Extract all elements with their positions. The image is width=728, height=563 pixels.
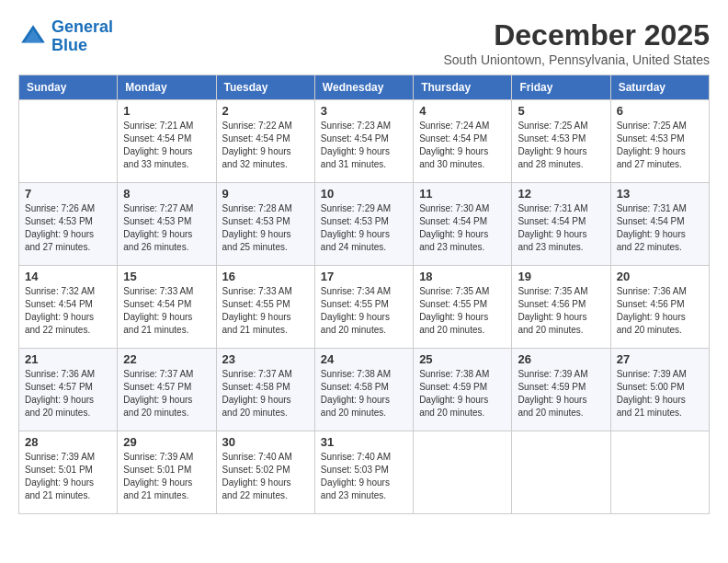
day-info: Sunrise: 7:25 AMSunset: 4:53 PMDaylight:…: [617, 120, 703, 171]
logo: General Blue: [18, 18, 113, 55]
calendar-cell: [610, 431, 709, 514]
day-number: 29: [123, 435, 210, 449]
logo-icon: [18, 22, 48, 52]
day-number: 20: [617, 270, 703, 283]
day-number: 27: [617, 352, 703, 366]
day-number: 18: [419, 270, 506, 283]
calendar-cell: 5 Sunrise: 7:25 AMSunset: 4:53 PMDayligh…: [512, 100, 610, 183]
day-info: Sunrise: 7:35 AMSunset: 4:55 PMDaylight:…: [419, 285, 506, 337]
day-info: Sunrise: 7:37 AMSunset: 4:58 PMDaylight:…: [222, 368, 309, 419]
calendar-cell: 18 Sunrise: 7:35 AMSunset: 4:55 PMDaylig…: [414, 266, 512, 349]
calendar-cell: 31 Sunrise: 7:40 AMSunset: 5:03 PMDaylig…: [314, 431, 413, 514]
calendar-cell: 2 Sunrise: 7:22 AMSunset: 4:54 PMDayligh…: [216, 100, 314, 183]
day-info: Sunrise: 7:36 AMSunset: 4:57 PMDaylight:…: [25, 368, 111, 419]
calendar-cell: 29 Sunrise: 7:39 AMSunset: 5:01 PMDaylig…: [118, 431, 216, 514]
calendar-week-row: 7 Sunrise: 7:26 AMSunset: 4:53 PMDayligh…: [19, 183, 710, 266]
calendar-cell: 13 Sunrise: 7:31 AMSunset: 4:54 PMDaylig…: [610, 183, 709, 266]
day-number: 28: [25, 435, 111, 449]
day-number: 16: [222, 270, 309, 283]
calendar-cell: 3 Sunrise: 7:23 AMSunset: 4:54 PMDayligh…: [314, 100, 413, 183]
calendar-cell: 21 Sunrise: 7:36 AMSunset: 4:57 PMDaylig…: [19, 349, 118, 431]
location: South Uniontown, Pennsylvania, United St…: [443, 52, 710, 67]
day-info: Sunrise: 7:24 AMSunset: 4:54 PMDaylight:…: [419, 120, 506, 171]
day-info: Sunrise: 7:31 AMSunset: 4:54 PMDaylight:…: [518, 202, 604, 254]
calendar-cell: 11 Sunrise: 7:30 AMSunset: 4:54 PMDaylig…: [414, 183, 512, 266]
day-number: 24: [321, 352, 407, 366]
day-number: 19: [518, 270, 604, 283]
calendar-table: SundayMondayTuesdayWednesdayThursdayFrid…: [18, 75, 710, 514]
calendar-cell: [414, 431, 512, 514]
calendar-cell: 8 Sunrise: 7:27 AMSunset: 4:53 PMDayligh…: [118, 183, 216, 266]
logo-text: General Blue: [51, 18, 113, 55]
day-info: Sunrise: 7:34 AMSunset: 4:55 PMDaylight:…: [321, 285, 407, 337]
day-info: Sunrise: 7:33 AMSunset: 4:55 PMDaylight:…: [222, 285, 309, 337]
day-info: Sunrise: 7:40 AMSunset: 5:03 PMDaylight:…: [321, 451, 407, 502]
day-info: Sunrise: 7:28 AMSunset: 4:53 PMDaylight:…: [222, 202, 309, 254]
day-number: 3: [321, 104, 407, 118]
day-info: Sunrise: 7:39 AMSunset: 5:01 PMDaylight:…: [25, 451, 111, 502]
day-number: 11: [419, 187, 506, 201]
calendar-cell: 28 Sunrise: 7:39 AMSunset: 5:01 PMDaylig…: [19, 431, 118, 514]
calendar-cell: 14 Sunrise: 7:32 AMSunset: 4:54 PMDaylig…: [19, 266, 118, 349]
calendar-cell: 23 Sunrise: 7:37 AMSunset: 4:58 PMDaylig…: [216, 349, 314, 431]
weekday-header: Sunday: [19, 75, 118, 100]
day-number: 23: [222, 352, 309, 366]
day-info: Sunrise: 7:26 AMSunset: 4:53 PMDaylight:…: [25, 202, 111, 254]
day-info: Sunrise: 7:33 AMSunset: 4:54 PMDaylight:…: [123, 285, 210, 337]
day-info: Sunrise: 7:35 AMSunset: 4:56 PMDaylight:…: [518, 285, 604, 337]
day-info: Sunrise: 7:23 AMSunset: 4:54 PMDaylight:…: [321, 120, 407, 171]
day-number: 5: [518, 104, 604, 118]
calendar-cell: 6 Sunrise: 7:25 AMSunset: 4:53 PMDayligh…: [610, 100, 709, 183]
weekday-header: Saturday: [610, 75, 709, 100]
calendar-cell: 20 Sunrise: 7:36 AMSunset: 4:56 PMDaylig…: [610, 266, 709, 349]
day-info: Sunrise: 7:38 AMSunset: 4:58 PMDaylight:…: [321, 368, 407, 419]
calendar-cell: 24 Sunrise: 7:38 AMSunset: 4:58 PMDaylig…: [314, 349, 413, 431]
day-number: 1: [123, 104, 210, 118]
day-number: 14: [25, 270, 111, 283]
day-info: Sunrise: 7:36 AMSunset: 4:56 PMDaylight:…: [617, 285, 703, 337]
calendar-week-row: 28 Sunrise: 7:39 AMSunset: 5:01 PMDaylig…: [19, 431, 710, 514]
day-number: 30: [222, 435, 309, 449]
day-info: Sunrise: 7:25 AMSunset: 4:53 PMDaylight:…: [518, 120, 604, 171]
calendar-cell: 22 Sunrise: 7:37 AMSunset: 4:57 PMDaylig…: [118, 349, 216, 431]
logo-line1: General: [51, 17, 113, 36]
calendar-cell: 9 Sunrise: 7:28 AMSunset: 4:53 PMDayligh…: [216, 183, 314, 266]
calendar-cell: 4 Sunrise: 7:24 AMSunset: 4:54 PMDayligh…: [414, 100, 512, 183]
day-number: 13: [617, 187, 703, 201]
day-info: Sunrise: 7:39 AMSunset: 5:01 PMDaylight:…: [123, 451, 210, 502]
calendar-cell: 15 Sunrise: 7:33 AMSunset: 4:54 PMDaylig…: [118, 266, 216, 349]
day-number: 2: [222, 104, 309, 118]
day-info: Sunrise: 7:37 AMSunset: 4:57 PMDaylight:…: [123, 368, 210, 419]
day-number: 25: [419, 352, 506, 366]
calendar-cell: 12 Sunrise: 7:31 AMSunset: 4:54 PMDaylig…: [512, 183, 610, 266]
day-number: 6: [617, 104, 703, 118]
day-info: Sunrise: 7:30 AMSunset: 4:54 PMDaylight:…: [419, 202, 506, 254]
day-info: Sunrise: 7:22 AMSunset: 4:54 PMDaylight:…: [222, 120, 309, 171]
day-number: 15: [123, 270, 210, 283]
day-info: Sunrise: 7:40 AMSunset: 5:02 PMDaylight:…: [222, 451, 309, 502]
calendar-cell: 1 Sunrise: 7:21 AMSunset: 4:54 PMDayligh…: [118, 100, 216, 183]
weekday-header-row: SundayMondayTuesdayWednesdayThursdayFrid…: [19, 75, 710, 100]
day-info: Sunrise: 7:31 AMSunset: 4:54 PMDaylight:…: [617, 202, 703, 254]
day-number: 9: [222, 187, 309, 201]
day-number: 22: [123, 352, 210, 366]
weekday-header: Monday: [118, 75, 216, 100]
day-info: Sunrise: 7:21 AMSunset: 4:54 PMDaylight:…: [123, 120, 210, 171]
calendar-week-row: 21 Sunrise: 7:36 AMSunset: 4:57 PMDaylig…: [19, 349, 710, 431]
calendar-cell: [512, 431, 610, 514]
calendar-cell: 26 Sunrise: 7:39 AMSunset: 4:59 PMDaylig…: [512, 349, 610, 431]
title-area: December 2025 South Uniontown, Pennsylva…: [443, 18, 710, 67]
month-title: December 2025: [443, 18, 710, 52]
day-number: 12: [518, 187, 604, 201]
day-info: Sunrise: 7:32 AMSunset: 4:54 PMDaylight:…: [25, 285, 111, 337]
calendar-cell: [19, 100, 118, 183]
calendar-cell: 30 Sunrise: 7:40 AMSunset: 5:02 PMDaylig…: [216, 431, 314, 514]
calendar-week-row: 14 Sunrise: 7:32 AMSunset: 4:54 PMDaylig…: [19, 266, 710, 349]
day-number: 4: [419, 104, 506, 118]
calendar-cell: 27 Sunrise: 7:39 AMSunset: 5:00 PMDaylig…: [610, 349, 709, 431]
weekday-header: Tuesday: [216, 75, 314, 100]
calendar-week-row: 1 Sunrise: 7:21 AMSunset: 4:54 PMDayligh…: [19, 100, 710, 183]
calendar-cell: 7 Sunrise: 7:26 AMSunset: 4:53 PMDayligh…: [19, 183, 118, 266]
day-info: Sunrise: 7:39 AMSunset: 5:00 PMDaylight:…: [617, 368, 703, 419]
day-info: Sunrise: 7:39 AMSunset: 4:59 PMDaylight:…: [518, 368, 604, 419]
